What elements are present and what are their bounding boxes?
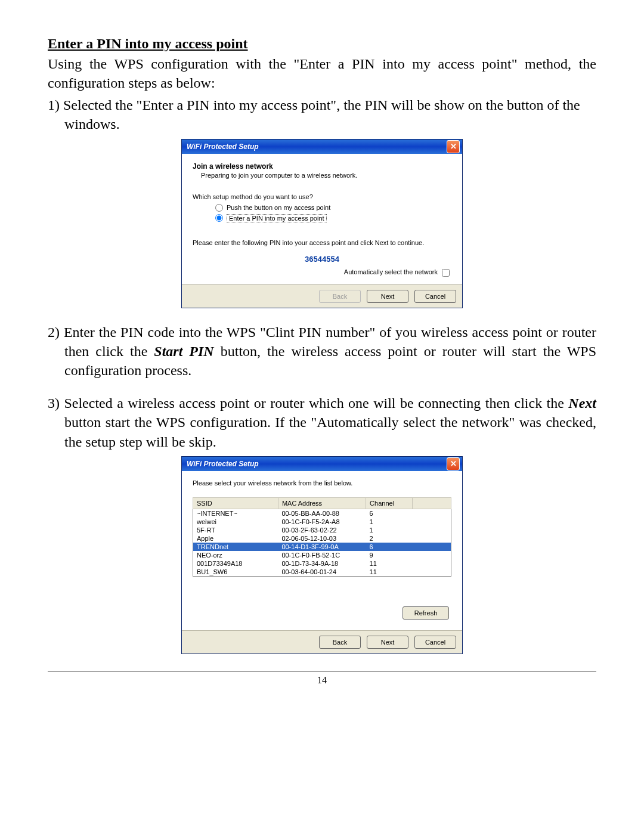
col-mac[interactable]: MAC Address bbox=[278, 497, 366, 509]
col-spacer bbox=[413, 497, 451, 509]
titlebar: WiFi Protected Setup ✕ bbox=[182, 140, 462, 154]
dialog-heading: Join a wireless network bbox=[193, 162, 451, 171]
cancel-button[interactable]: Cancel bbox=[414, 636, 456, 649]
next-button[interactable]: Next bbox=[367, 636, 408, 649]
col-ssid[interactable]: SSID bbox=[193, 497, 278, 509]
auto-select-checkbox[interactable] bbox=[442, 269, 450, 277]
step-3-text: 3) Selected a wireless access point or r… bbox=[64, 394, 596, 451]
step-1-text: 1) Selected the "Enter a PIN into my acc… bbox=[64, 95, 596, 134]
setup-question: Which setup method do you want to use? bbox=[193, 193, 451, 200]
radio-enter-pin[interactable]: Enter a PIN into my access point bbox=[215, 214, 451, 222]
table-row[interactable]: 001D73349A1800-1D-73-34-9A-1811 bbox=[193, 559, 451, 568]
dialog-title: WiFi Protected Setup bbox=[187, 460, 259, 468]
wps-dialog-2: WiFi Protected Setup ✕ Please select you… bbox=[181, 456, 463, 654]
back-button[interactable]: Back bbox=[319, 636, 361, 649]
next-button[interactable]: Next bbox=[367, 290, 408, 303]
close-icon[interactable]: ✕ bbox=[447, 140, 460, 153]
intro-text: Using the WPS configuration with the "En… bbox=[48, 54, 596, 93]
table-row[interactable]: BU1_SW600-03-64-00-01-2411 bbox=[193, 568, 451, 577]
table-row[interactable]: weiwei00-1C-F0-F5-2A-A81 bbox=[193, 518, 451, 526]
list-instruction: Please select your wireless network from… bbox=[193, 479, 451, 487]
titlebar: WiFi Protected Setup ✕ bbox=[182, 457, 462, 471]
radio-pin-label: Enter a PIN into my access point bbox=[227, 214, 327, 222]
table-row[interactable]: Apple02-06-05-12-10-032 bbox=[193, 534, 451, 543]
close-icon[interactable]: ✕ bbox=[447, 457, 460, 470]
table-row[interactable]: NEO-orz00-1C-F0-FB-52-1C9 bbox=[193, 551, 451, 559]
step-2-text: 2) Enter the PIN code into the WPS "Clin… bbox=[64, 323, 596, 380]
section-title: Enter a PIN into my access point bbox=[48, 36, 596, 52]
wps-dialog-1: WiFi Protected Setup ✕ Join a wireless n… bbox=[181, 139, 463, 308]
back-button: Back bbox=[319, 290, 361, 303]
table-row[interactable]: TRENDnet00-14-D1-3F-99-0A6 bbox=[193, 543, 451, 551]
radio-pin-input[interactable] bbox=[215, 214, 223, 222]
page-number: 14 bbox=[48, 671, 596, 686]
col-channel[interactable]: Channel bbox=[366, 497, 413, 509]
auto-select-label: Automatically select the network bbox=[344, 268, 438, 275]
dialog-title: WiFi Protected Setup bbox=[187, 143, 259, 151]
refresh-button[interactable]: Refresh bbox=[402, 606, 449, 620]
radio-push-input[interactable] bbox=[215, 204, 223, 212]
table-row[interactable]: ~INTERNET~00-05-BB-AA-00-886 bbox=[193, 509, 451, 518]
cancel-button[interactable]: Cancel bbox=[414, 290, 456, 303]
dialog-subheading: Preparing to join your computer to a wir… bbox=[201, 172, 451, 179]
pin-display: 36544554 bbox=[193, 255, 451, 264]
radio-push-label: Push the button on my access point bbox=[227, 204, 330, 211]
table-row[interactable]: 5F-RT00-03-2F-63-02-221 bbox=[193, 526, 451, 534]
network-table: SSID MAC Address Channel ~INTERNET~00-05… bbox=[193, 497, 451, 577]
radio-push-button[interactable]: Push the button on my access point bbox=[215, 204, 451, 212]
pin-instruction: Please enter the following PIN into your… bbox=[193, 239, 451, 246]
